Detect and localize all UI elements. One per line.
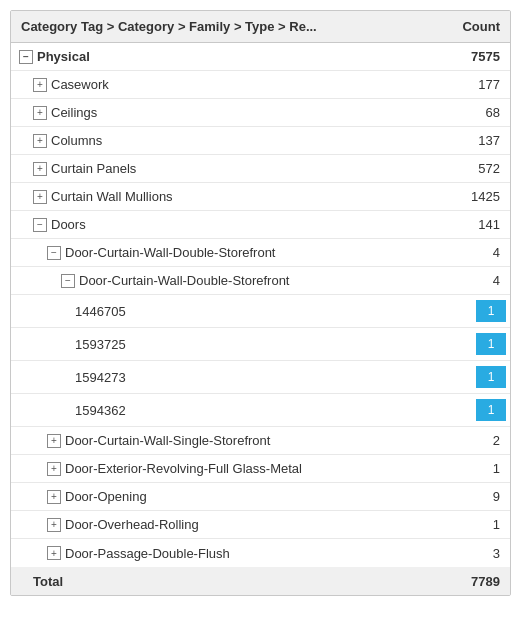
row-count-door-curtain-wall-1: 4: [390, 245, 510, 260]
table-row: +Door-Curtain-Wall-Single-Storefront2: [11, 427, 510, 455]
collapse-icon[interactable]: −: [47, 246, 61, 260]
row-label-door-overhead-rolling: +Door-Overhead-Rolling: [11, 517, 390, 532]
expand-icon[interactable]: +: [47, 462, 61, 476]
row-label-physical: −Physical: [11, 49, 390, 64]
expand-icon[interactable]: +: [33, 106, 47, 120]
row-count-door-curtain-wall-2: 4: [390, 273, 510, 288]
row-count-door-overhead-rolling: 1: [390, 517, 510, 532]
row-count-door-opening: 9: [390, 489, 510, 504]
table-row: +Casework177: [11, 71, 510, 99]
row-label-row-1594362: 1594362: [11, 403, 390, 418]
count-bar: 1: [476, 366, 506, 388]
table-row: +Door-Overhead-Rolling1: [11, 511, 510, 539]
row-label-row-1593725: 1593725: [11, 337, 390, 352]
row-label-casework: +Casework: [11, 77, 390, 92]
total-row: Total 7789: [11, 567, 510, 595]
table-row: 15943621: [11, 394, 510, 427]
expand-icon[interactable]: +: [33, 78, 47, 92]
data-table: Category Tag > Category > Family > Type …: [10, 10, 511, 596]
row-count-columns: 137: [390, 133, 510, 148]
row-label-curtain-wall-mullions: +Curtain Wall Mullions: [11, 189, 390, 204]
table-row: 15937251: [11, 328, 510, 361]
expand-icon[interactable]: +: [47, 434, 61, 448]
expand-icon[interactable]: +: [33, 190, 47, 204]
row-count-casework: 177: [390, 77, 510, 92]
count-bar: 1: [476, 300, 506, 322]
row-count-bar-row-1593725: 1: [390, 333, 510, 355]
row-label-doors: −Doors: [11, 217, 390, 232]
row-label-row-1594273: 1594273: [11, 370, 390, 385]
row-count-physical: 7575: [390, 49, 510, 64]
collapse-icon[interactable]: −: [33, 218, 47, 232]
table-row: 15942731: [11, 361, 510, 394]
row-label-door-curtain-wall-1: −Door-Curtain-Wall-Double-Storefront: [11, 245, 390, 260]
table-row: +Door-Opening9: [11, 483, 510, 511]
row-count-ceilings: 68: [390, 105, 510, 120]
expand-icon[interactable]: +: [47, 490, 61, 504]
count-bar: 1: [476, 333, 506, 355]
table-row: 14467051: [11, 295, 510, 328]
table-row: −Physical7575: [11, 43, 510, 71]
row-count-curtain-panels: 572: [390, 161, 510, 176]
collapse-icon[interactable]: −: [19, 50, 33, 64]
row-count-door-exterior-revolving: 1: [390, 461, 510, 476]
row-label-ceilings: +Ceilings: [11, 105, 390, 120]
table-row: −Door-Curtain-Wall-Double-Storefront4: [11, 267, 510, 295]
header-count: Count: [380, 19, 500, 34]
row-label-door-single-storefront: +Door-Curtain-Wall-Single-Storefront: [11, 433, 390, 448]
expand-icon[interactable]: +: [47, 546, 61, 560]
expand-icon[interactable]: +: [33, 134, 47, 148]
row-count-door-single-storefront: 2: [390, 433, 510, 448]
total-count: 7789: [390, 574, 510, 589]
table-row: −Doors141: [11, 211, 510, 239]
table-row: −Door-Curtain-Wall-Double-Storefront4: [11, 239, 510, 267]
total-label: Total: [11, 574, 390, 589]
collapse-icon[interactable]: −: [61, 274, 75, 288]
row-label-door-opening: +Door-Opening: [11, 489, 390, 504]
expand-icon[interactable]: +: [33, 162, 47, 176]
row-count-bar-row-1446705: 1: [390, 300, 510, 322]
row-count-bar-row-1594362: 1: [390, 399, 510, 421]
row-label-curtain-panels: +Curtain Panels: [11, 161, 390, 176]
table-body: −Physical7575+Casework177+Ceilings68+Col…: [11, 43, 510, 567]
table-header: Category Tag > Category > Family > Type …: [11, 11, 510, 43]
row-count-doors: 141: [390, 217, 510, 232]
count-bar: 1: [476, 399, 506, 421]
table-row: +Curtain Wall Mullions1425: [11, 183, 510, 211]
row-count-door-passage-double-flush: 3: [390, 546, 510, 561]
row-count-bar-row-1594273: 1: [390, 366, 510, 388]
row-label-door-curtain-wall-2: −Door-Curtain-Wall-Double-Storefront: [11, 273, 390, 288]
table-row: +Door-Exterior-Revolving-Full Glass-Meta…: [11, 455, 510, 483]
table-row: +Ceilings68: [11, 99, 510, 127]
expand-icon[interactable]: +: [47, 518, 61, 532]
row-label-door-exterior-revolving: +Door-Exterior-Revolving-Full Glass-Meta…: [11, 461, 390, 476]
row-label-row-1446705: 1446705: [11, 304, 390, 319]
row-count-curtain-wall-mullions: 1425: [390, 189, 510, 204]
table-row: +Door-Passage-Double-Flush3: [11, 539, 510, 567]
row-label-columns: +Columns: [11, 133, 390, 148]
header-label: Category Tag > Category > Family > Type …: [21, 19, 380, 34]
row-label-door-passage-double-flush: +Door-Passage-Double-Flush: [11, 546, 390, 561]
table-row: +Curtain Panels572: [11, 155, 510, 183]
table-row: +Columns137: [11, 127, 510, 155]
